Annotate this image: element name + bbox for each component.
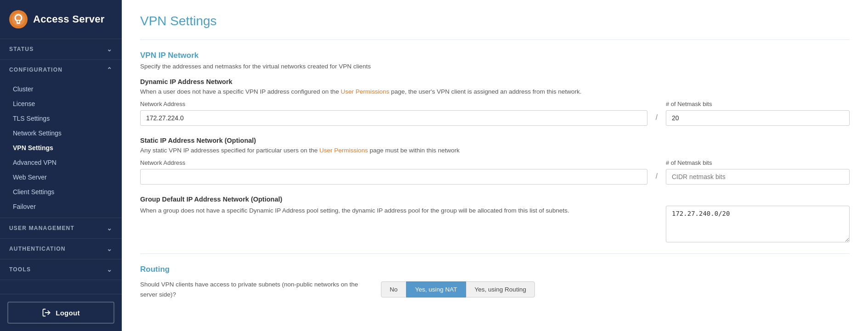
sidebar-item-tls-settings[interactable]: TLS Settings (0, 111, 122, 126)
sidebar-bottom: Logout (0, 294, 122, 331)
sidebar: Access Server STATUS ⌄ CONFIGURATION ⌃ C… (0, 0, 122, 331)
vpn-ip-network-desc: Specify the addresses and netmasks for t… (140, 63, 850, 70)
logo-text: Access Server (33, 13, 105, 25)
routing-divider (140, 253, 850, 254)
sidebar-item-license[interactable]: License (0, 96, 122, 111)
chevron-down-icon-tools: ⌄ (107, 266, 113, 273)
logout-icon (42, 308, 51, 317)
sidebar-section-authentication-label: AUTHENTICATION (9, 246, 66, 252)
configuration-sub-items: Cluster License TLS Settings Network Set… (0, 80, 122, 218)
dynamic-ip-netmask-input[interactable] (666, 110, 850, 126)
sidebar-section-authentication: AUTHENTICATION ⌄ (0, 239, 122, 259)
static-ip-network-address-group: Network Address (140, 159, 647, 185)
sidebar-item-client-settings[interactable]: Client Settings (0, 185, 122, 199)
static-ip-field-row: Network Address / # of Netmask bits (140, 159, 850, 185)
sidebar-section-configuration-header[interactable]: CONFIGURATION ⌃ (0, 60, 122, 80)
routing-btn-yes-nat[interactable]: Yes, using NAT (406, 281, 466, 297)
sidebar-section-user-management: USER MANAGEMENT ⌄ (0, 218, 122, 239)
group-default-title: Group Default IP Address Network (Option… (140, 196, 850, 203)
vpn-ip-network-section: VPN IP Network Specify the addresses and… (140, 51, 850, 242)
sidebar-item-failover[interactable]: Failover (0, 199, 122, 214)
dynamic-ip-desc-after: page, the user's VPN client is assigned … (389, 88, 581, 95)
sidebar-section-authentication-header[interactable]: AUTHENTICATION ⌄ (0, 239, 122, 259)
static-ip-network-address-input[interactable] (140, 169, 647, 185)
routing-btn-group: No Yes, using NAT Yes, using Routing (381, 281, 535, 297)
static-ip-desc-before: Any static VPN IP addresses specified fo… (140, 147, 319, 154)
top-divider (140, 39, 850, 40)
sidebar-section-user-management-label: USER MANAGEMENT (9, 225, 74, 231)
sidebar-section-status-label: STATUS (9, 46, 34, 52)
sidebar-item-vpn-settings[interactable]: VPN Settings (0, 140, 122, 155)
dynamic-ip-network-address-input[interactable] (140, 110, 647, 126)
routing-question-text: Should VPN clients have access to privat… (140, 280, 370, 299)
sidebar-item-network-settings[interactable]: Network Settings (0, 126, 122, 140)
dynamic-ip-network-address-group: Network Address (140, 101, 647, 126)
group-default-subsection: Group Default IP Address Network (Option… (140, 196, 850, 242)
static-ip-network-address-label: Network Address (140, 159, 647, 166)
dynamic-ip-network-address-label: Network Address (140, 101, 647, 107)
chevron-down-icon-um: ⌄ (107, 224, 113, 232)
dynamic-ip-desc-before: When a user does not have a specific VPN… (140, 88, 341, 95)
main-content: VPN Settings VPN IP Network Specify the … (122, 0, 868, 331)
static-ip-netmask-input[interactable] (666, 169, 850, 185)
routing-btn-no[interactable]: No (381, 281, 406, 297)
sidebar-section-configuration-label: CONFIGURATION (9, 67, 62, 73)
logout-button[interactable]: Logout (7, 302, 114, 324)
sidebar-section-tools: TOOLS ⌄ (0, 259, 122, 280)
sidebar-item-advanced-vpn[interactable]: Advanced VPN (0, 155, 122, 170)
chevron-up-icon: ⌃ (107, 66, 113, 73)
page-title: VPN Settings (140, 14, 850, 28)
sidebar-section-user-management-header[interactable]: USER MANAGEMENT ⌄ (0, 218, 122, 238)
logo-icon (9, 10, 28, 28)
dynamic-ip-desc: When a user does not have a specific VPN… (140, 88, 850, 95)
group-default-desc: When a group does not have a specific Dy… (140, 206, 657, 216)
dynamic-ip-separator: / (647, 101, 666, 122)
sidebar-logo: Access Server (0, 0, 122, 39)
dynamic-ip-subsection: Dynamic IP Address Network When a user d… (140, 78, 850, 126)
group-default-textarea[interactable] (666, 206, 850, 242)
group-default-row: When a group does not have a specific Dy… (140, 206, 850, 242)
dynamic-ip-netmask-group: # of Netmask bits (666, 101, 850, 126)
sidebar-item-cluster[interactable]: Cluster (0, 82, 122, 96)
chevron-down-icon: ⌄ (107, 45, 113, 53)
sidebar-section-status: STATUS ⌄ (0, 39, 122, 60)
sidebar-section-status-header[interactable]: STATUS ⌄ (0, 39, 122, 59)
sidebar-section-configuration: CONFIGURATION ⌃ Cluster License TLS Sett… (0, 60, 122, 218)
static-ip-netmask-group: # of Netmask bits (666, 159, 850, 185)
static-ip-user-permissions-link[interactable]: User Permissions (319, 147, 368, 154)
static-ip-netmask-label: # of Netmask bits (666, 159, 850, 166)
logout-label: Logout (56, 309, 80, 317)
svg-point-4 (17, 21, 19, 22)
dynamic-ip-user-permissions-link[interactable]: User Permissions (341, 88, 390, 95)
sidebar-item-web-server[interactable]: Web Server (0, 170, 122, 185)
sidebar-section-tools-label: TOOLS (9, 266, 31, 273)
routing-section: Routing Should VPN clients have access t… (140, 265, 850, 299)
routing-question-row: Should VPN clients have access to privat… (140, 280, 850, 299)
dynamic-ip-field-row: Network Address / # of Netmask bits (140, 101, 850, 126)
vpn-ip-network-title: VPN IP Network (140, 51, 850, 60)
dynamic-ip-title: Dynamic IP Address Network (140, 78, 850, 85)
static-ip-desc: Any static VPN IP addresses specified fo… (140, 147, 850, 154)
static-ip-separator: / (647, 159, 666, 180)
sidebar-section-tools-header[interactable]: TOOLS ⌄ (0, 259, 122, 280)
routing-title: Routing (140, 265, 850, 274)
chevron-down-icon-auth: ⌄ (107, 245, 113, 252)
routing-btn-yes-routing[interactable]: Yes, using Routing (466, 281, 535, 297)
static-ip-title: Static IP Address Network (Optional) (140, 137, 850, 144)
static-ip-desc-after: page must be within this network (368, 147, 460, 154)
static-ip-subsection: Static IP Address Network (Optional) Any… (140, 137, 850, 185)
dynamic-ip-netmask-label: # of Netmask bits (666, 101, 850, 107)
